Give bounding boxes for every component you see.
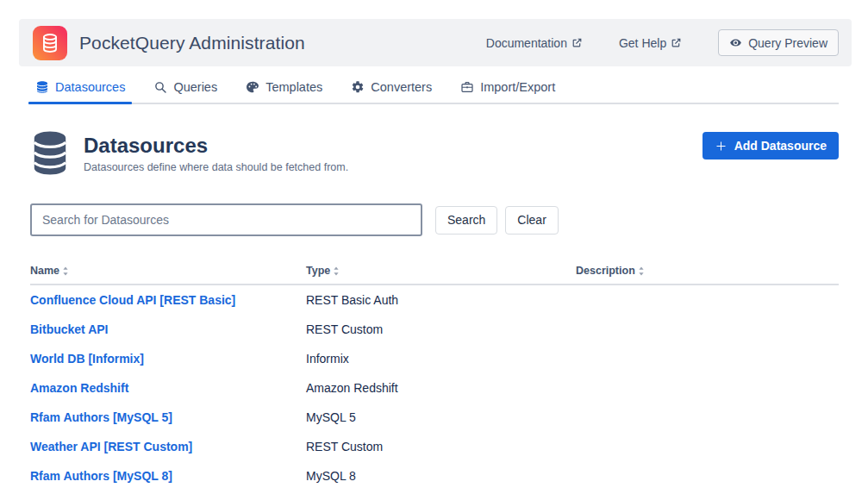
table-row: Confluence Cloud API [REST Basic] REST B… [30, 285, 839, 315]
datasource-type: Informix [306, 352, 576, 366]
datasource-link[interactable]: Bitbucket API [30, 322, 109, 336]
table-row: Rfam Authors [MySQL 8] MySQL 8 [30, 461, 839, 491]
datasource-type: MySQL 5 [306, 410, 576, 424]
table-row: Rfam Authors [MySQL 5] MySQL 5 [30, 403, 839, 432]
tab-queries-label: Queries [173, 80, 217, 94]
column-header-description-label: Description [576, 265, 635, 277]
tab-datasources-label: Datasources [55, 80, 125, 94]
sort-arrows-icon [333, 266, 340, 276]
palette-icon [246, 80, 259, 94]
page-header: Datasources Datasources define where dat… [30, 128, 839, 177]
plus-icon [715, 140, 727, 153]
tab-templates-label: Templates [265, 80, 322, 94]
briefcase-icon [460, 80, 474, 94]
table-header-row: Name Type Description [30, 265, 839, 285]
external-link-icon [671, 37, 682, 48]
table-row: World DB [Informix] Informix [30, 344, 839, 373]
page-title: Datasources [84, 132, 703, 159]
get-help-link-label: Get Help [619, 36, 666, 50]
tab-bar: Datasources Queries Templates Converters… [28, 76, 839, 104]
gear-icon [351, 80, 365, 94]
tab-converters[interactable]: Converters [344, 76, 439, 103]
search-input[interactable] [30, 203, 422, 236]
datasource-type: Amazon Redshift [306, 381, 576, 395]
search-bar: Search Clear [30, 203, 839, 236]
datasource-link[interactable]: Rfam Authors [MySQL 8] [30, 469, 172, 483]
datasource-link[interactable]: Amazon Redshift [30, 381, 128, 395]
database-icon [35, 80, 49, 94]
datasource-type: REST Basic Auth [306, 293, 576, 307]
sort-arrows-icon [62, 266, 69, 276]
eye-icon [729, 36, 742, 49]
datasource-type: MySQL 8 [306, 469, 576, 483]
query-preview-button[interactable]: Query Preview [718, 29, 839, 56]
get-help-link[interactable]: Get Help [619, 36, 682, 50]
column-header-name[interactable]: Name [30, 265, 306, 277]
page-header-text: Datasources Datasources define where dat… [84, 128, 703, 173]
datasource-link[interactable]: Weather API [REST Custom] [30, 440, 192, 453]
table-row: Amazon Redshift Amazon Redshift [30, 373, 839, 403]
tab-queries[interactable]: Queries [147, 76, 224, 103]
table-row: Bitbucket API REST Custom [30, 315, 839, 344]
clear-button[interactable]: Clear [505, 206, 558, 234]
tab-datasources[interactable]: Datasources [28, 76, 132, 103]
app-header: PocketQuery Administration Documentation… [19, 19, 852, 66]
app-title: PocketQuery Administration [79, 33, 305, 53]
add-datasource-button[interactable]: Add Datasource [703, 132, 839, 159]
sort-arrows-icon [638, 266, 645, 276]
tab-import-export[interactable]: Import/Export [453, 76, 562, 103]
query-preview-label: Query Preview [748, 36, 827, 50]
database-icon [30, 129, 70, 177]
datasource-type: REST Custom [306, 322, 576, 336]
datasources-page: Datasources Datasources define where dat… [30, 128, 839, 491]
app-header-right: Documentation Get Help Query Preview [486, 29, 839, 56]
column-header-type-label: Type [306, 265, 330, 277]
tab-converters-label: Converters [371, 80, 432, 94]
search-button[interactable]: Search [435, 206, 497, 234]
search-icon [153, 80, 167, 94]
datasource-type: REST Custom [306, 440, 576, 453]
datasource-link[interactable]: Rfam Authors [MySQL 5] [30, 410, 172, 424]
column-header-description[interactable]: Description [576, 265, 839, 277]
column-header-name-label: Name [30, 265, 59, 277]
tab-templates[interactable]: Templates [239, 76, 329, 103]
datasource-link[interactable]: World DB [Informix] [30, 352, 144, 366]
datasource-link[interactable]: Confluence Cloud API [REST Basic] [30, 293, 235, 307]
table-row: Weather API [REST Custom] REST Custom [30, 432, 839, 461]
documentation-link[interactable]: Documentation [486, 36, 583, 50]
external-link-icon [571, 37, 583, 48]
page-subtitle: Datasources define where data should be … [84, 161, 703, 173]
documentation-link-label: Documentation [486, 36, 567, 50]
pocketquery-logo-icon [33, 26, 67, 60]
datasources-table: Name Type Description Confluence Cloud A… [30, 265, 839, 491]
app-header-left: PocketQuery Administration [33, 26, 305, 60]
tab-import-export-label: Import/Export [480, 80, 555, 94]
column-header-type[interactable]: Type [306, 265, 576, 277]
add-datasource-label: Add Datasource [734, 139, 827, 153]
